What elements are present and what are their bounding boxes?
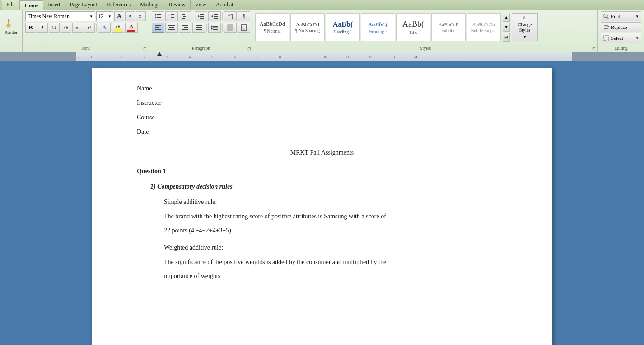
clear-formatting-button[interactable]: ✕ [136, 11, 146, 21]
styles-expand-icon[interactable]: ⊡ [592, 47, 596, 51]
document-page[interactable]: Name Instructor Course Date MRKT Fall As… [92, 68, 552, 345]
replace-button[interactable]: Replace [601, 22, 641, 32]
style-subtitle[interactable]: AaBbCcE Subtitle [431, 13, 466, 41]
bullets-button[interactable] [152, 11, 164, 21]
highlight-color-button[interactable]: ab [112, 23, 124, 33]
style-normal[interactable]: AaBbCcDd ¶ Normal [255, 13, 289, 41]
svg-line-54 [607, 17, 609, 19]
svg-rect-42 [213, 28, 218, 28]
font-size-arrow: ▼ [108, 14, 112, 19]
painter-icon[interactable]: Painter [2, 12, 20, 39]
tab-view[interactable]: View [191, 0, 211, 10]
underline-button[interactable]: U [49, 23, 60, 33]
styles-scroll-up[interactable]: ▲ [503, 13, 510, 22]
svg-rect-10 [171, 17, 174, 18]
borders-button[interactable] [238, 23, 250, 33]
line-spacing-button[interactable] [208, 23, 221, 33]
svg-rect-41 [213, 26, 218, 27]
font-name-dropdown[interactable]: Times New Roman ▼ [25, 11, 95, 21]
svg-point-3 [155, 14, 157, 16]
svg-text:8: 8 [279, 55, 281, 59]
svg-text:6: 6 [234, 55, 236, 59]
svg-text:1: 1 [121, 55, 123, 59]
svg-rect-36 [196, 27, 202, 28]
styles-expand-button[interactable]: ⊞ [503, 33, 510, 42]
show-para-button[interactable]: ¶ [238, 11, 250, 21]
change-styles-arrow: ▼ [523, 35, 527, 39]
svg-rect-13 [182, 18, 185, 19]
svg-text:Z: Z [230, 14, 232, 17]
superscript-button[interactable]: x² [84, 23, 95, 33]
numbering-button[interactable]: 1.2. [165, 11, 178, 21]
paragraph-expand-icon[interactable]: ⊡ [247, 47, 251, 51]
increase-indent-button[interactable] [208, 11, 221, 21]
style-title[interactable]: AaBb( Title [396, 13, 430, 41]
change-styles-button[interactable]: A A A A Change Styles ▼ [512, 13, 538, 41]
painter-label: Painter [5, 30, 17, 35]
align-right-button[interactable] [179, 23, 191, 33]
style-no-spacing[interactable]: AaBbCcDd ¶ No Spacing [290, 13, 325, 41]
subheading-weighted: Weighted additive rule: [164, 242, 507, 254]
find-button[interactable]: Find ▼ [601, 11, 641, 21]
tab-page-layout[interactable]: Page Layout [65, 0, 102, 10]
strikethrough-button[interactable]: ab [61, 23, 71, 33]
svg-text:·1·: ·1· [89, 55, 93, 59]
styles-group-label: Styles [253, 46, 597, 51]
svg-rect-34 [182, 29, 188, 30]
style-subtle-emphasis[interactable]: AaBbCcDd Subtle Emp... [467, 13, 501, 41]
font-size-dropdown[interactable]: 12 ▼ [96, 11, 113, 21]
align-center-button[interactable] [165, 23, 178, 33]
shading-button[interactable] [224, 23, 237, 33]
tab-mailings[interactable]: Mailings [135, 0, 164, 10]
text-effects-button[interactable]: A [98, 23, 111, 33]
field-date: Date [137, 126, 507, 138]
svg-text:✕: ✕ [138, 14, 142, 19]
style-heading2[interactable]: AaBbC( Heading 2 [361, 13, 395, 41]
multilevel-button[interactable] [179, 11, 191, 21]
svg-text:4: 4 [189, 55, 191, 59]
field-instructor: Instructor [137, 97, 507, 109]
svg-point-5 [155, 17, 157, 18]
svg-rect-37 [196, 29, 202, 30]
svg-rect-4 [157, 14, 161, 15]
justify-button[interactable] [192, 23, 205, 33]
decrease-indent-button[interactable] [195, 11, 207, 21]
svg-rect-32 [182, 25, 188, 26]
paragraph-group-label: Paragraph [149, 46, 253, 51]
font-expand-icon[interactable]: ⊡ [143, 47, 147, 51]
svg-marker-18 [211, 15, 213, 18]
font-group: Times New Roman ▼ 12 ▼ A A ✕ B I U ab [23, 10, 149, 52]
svg-rect-15 [200, 14, 204, 15]
tab-acrobat[interactable]: Acrobat [211, 0, 238, 10]
svg-rect-17 [200, 18, 204, 19]
svg-rect-27 [155, 27, 159, 28]
align-left-button[interactable] [152, 23, 164, 33]
tab-file[interactable]: File [2, 0, 20, 10]
styles-scroll-down[interactable]: ▼ [503, 23, 510, 32]
tab-references[interactable]: References [102, 0, 135, 10]
para4: importance of weights [164, 270, 507, 283]
document-title: MRKT Fall Assignments [137, 147, 507, 159]
svg-rect-11 [182, 14, 185, 15]
styles-scroll-area: ▲ ▼ ⊞ [503, 13, 510, 42]
subscript-button[interactable]: x₂ [72, 23, 83, 33]
tab-home[interactable]: Home [20, 0, 44, 10]
svg-text:5: 5 [211, 55, 213, 59]
font-shrink-button[interactable]: A [125, 11, 135, 21]
painter-group: Painter [0, 10, 23, 52]
style-heading1[interactable]: AaBb( Heading 1 [326, 13, 360, 41]
font-grow-button[interactable]: A [114, 11, 124, 21]
italic-button[interactable]: I [37, 23, 48, 33]
svg-rect-19 [214, 14, 218, 15]
select-button[interactable]: Select ▼ [601, 33, 641, 43]
tab-review[interactable]: Review [164, 0, 191, 10]
svg-marker-25 [231, 18, 233, 19]
tab-insert[interactable]: Insert [43, 0, 65, 10]
svg-text:A: A [524, 18, 525, 19]
svg-rect-6 [157, 17, 161, 18]
font-color-button[interactable]: A [125, 23, 138, 33]
bold-button[interactable]: B [25, 23, 36, 33]
svg-rect-31 [168, 29, 175, 30]
svg-text:13: 13 [391, 55, 395, 59]
sort-button[interactable]: AZ [224, 11, 237, 21]
